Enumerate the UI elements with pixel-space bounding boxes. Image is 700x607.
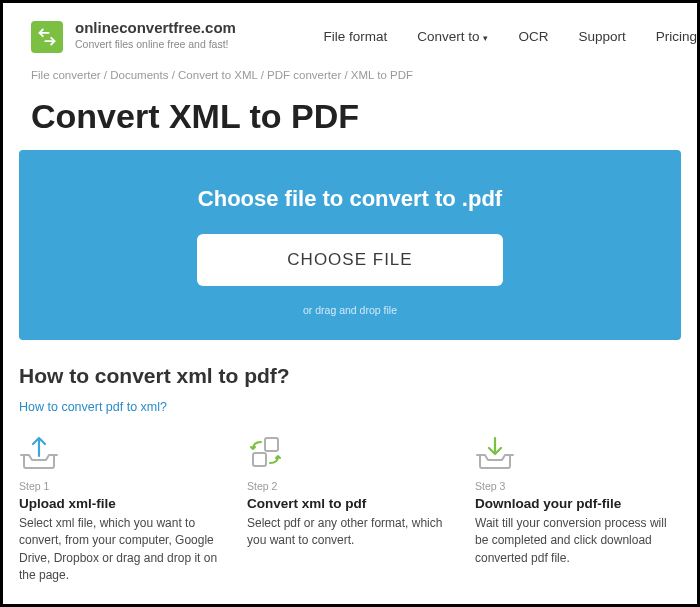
convert-icon <box>247 434 453 470</box>
step-3-num: Step 3 <box>475 480 681 492</box>
svg-rect-1 <box>253 453 266 466</box>
dropzone-heading: Choose file to convert to .pdf <box>19 186 681 212</box>
crumb-pdf-converter[interactable]: PDF converter <box>267 69 341 81</box>
nav-file-format-label: File format <box>323 29 387 44</box>
crumb-file-converter[interactable]: File converter <box>31 69 101 81</box>
step-2: Step 2 Convert xml to pdf Select pdf or … <box>247 434 453 585</box>
dropzone-hint: or drag and drop file <box>19 304 681 316</box>
nav-ocr[interactable]: OCR <box>518 29 548 44</box>
chevron-down-icon: ▾ <box>483 33 488 43</box>
nav-ocr-label: OCR <box>518 29 548 44</box>
logo-icon[interactable] <box>31 21 63 53</box>
top-nav: File format Convert to ▾ OCR Support Pri… <box>323 19 697 44</box>
steps-row: Step 1 Upload xml-file Select xml file, … <box>3 414 697 585</box>
nav-convert-to-label: Convert to <box>417 29 479 44</box>
choose-file-button[interactable]: CHOOSE FILE <box>197 234 502 286</box>
nav-support[interactable]: Support <box>578 29 625 44</box>
breadcrumb: File converter / Documents / Convert to … <box>3 65 697 81</box>
step-1: Step 1 Upload xml-file Select xml file, … <box>19 434 225 585</box>
upload-icon <box>19 434 225 470</box>
nav-support-label: Support <box>578 29 625 44</box>
nav-pricing[interactable]: Pricing <box>656 29 697 44</box>
step-3: Step 3 Download your pdf-file Wait till … <box>475 434 681 585</box>
step-1-num: Step 1 <box>19 480 225 492</box>
nav-file-format[interactable]: File format <box>323 29 387 44</box>
nav-pricing-label: Pricing <box>656 29 697 44</box>
crumb-sep: / <box>258 69 268 81</box>
nav-convert-to[interactable]: Convert to ▾ <box>417 29 488 44</box>
step-2-num: Step 2 <box>247 480 453 492</box>
svg-rect-0 <box>265 438 278 451</box>
step-2-title: Convert xml to pdf <box>247 496 453 511</box>
step-2-desc: Select pdf or any other format, which yo… <box>247 515 453 550</box>
step-1-title: Upload xml-file <box>19 496 225 511</box>
header: onlineconvertfree.com Convert files onli… <box>3 3 697 65</box>
download-icon <box>475 434 681 470</box>
dropzone[interactable]: Choose file to convert to .pdf CHOOSE FI… <box>19 150 681 340</box>
step-3-desc: Wait till your conversion process will b… <box>475 515 681 567</box>
howto-reverse-link[interactable]: How to convert pdf to xml? <box>3 394 697 414</box>
page-title: Convert XML to PDF <box>3 81 697 150</box>
step-1-desc: Select xml file, which you want to conve… <box>19 515 225 585</box>
brand-name[interactable]: onlineconvertfree.com <box>75 19 236 36</box>
brand-block: onlineconvertfree.com Convert files onli… <box>75 19 236 50</box>
crumb-convert-to-xml[interactable]: Convert to XML <box>178 69 257 81</box>
crumb-sep: / <box>101 69 111 81</box>
crumb-documents[interactable]: Documents <box>110 69 168 81</box>
crumb-sep: / <box>168 69 178 81</box>
howto-title: How to convert xml to pdf? <box>3 340 697 394</box>
brand-tagline: Convert files online free and fast! <box>75 38 236 50</box>
crumb-xml-to-pdf[interactable]: XML to PDF <box>351 69 413 81</box>
step-3-title: Download your pdf-file <box>475 496 681 511</box>
crumb-sep: / <box>341 69 351 81</box>
